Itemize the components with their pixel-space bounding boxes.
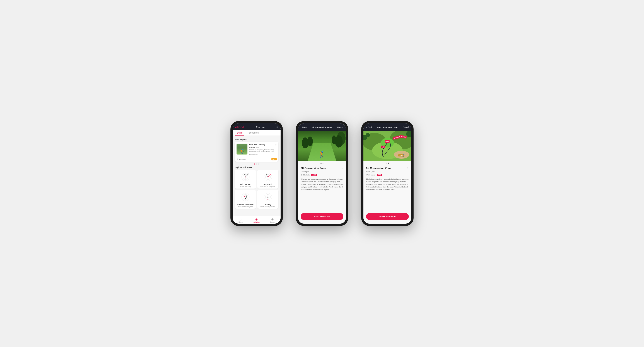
putting-sub: Make and lag practice (260, 206, 275, 207)
featured-description: Create an imaginary fairway using trees … (249, 149, 277, 155)
home-indicator-illus (383, 223, 392, 223)
svg-text:Miss: Miss (386, 141, 389, 142)
drill-meta: 20 shots ARG (301, 174, 343, 176)
phone-drills-list: clippd Practice ≡ Drills Favourites Most… (230, 121, 283, 226)
photo-golfer: 🏌️ (318, 151, 326, 158)
ott-sub: Power accuracy (240, 186, 251, 187)
phone-detail-illustration: Back 6ft Conversion Zone Cancel (361, 121, 414, 226)
approach-name: Approach (264, 183, 272, 185)
skill-card-arg[interactable]: Around The Green Hone your short game (235, 190, 256, 209)
featured-fav-icon[interactable]: ☆ (275, 144, 277, 146)
img-dot-illus-2 (388, 163, 389, 164)
img-dot-1 (320, 163, 322, 164)
svg-point-16 (270, 174, 270, 175)
drills-content: Most Popular Find The Fairway Off The Te… (232, 136, 280, 216)
svg-text:🏌️: 🏌️ (402, 154, 405, 157)
tab-favourites[interactable]: Favourites (246, 130, 260, 136)
screen-detail-illus: Back 6ft Conversion Zone Cancel (364, 123, 412, 224)
drill-range-illus: 10-50 yds (366, 170, 409, 173)
putting-icon (262, 192, 274, 203)
nav-capture[interactable]: ⊕ Capture (265, 218, 280, 223)
drill-title-row: 6ft Conversion Zone ☆ (301, 167, 343, 170)
app-logo: clippd (235, 126, 244, 129)
start-practice-button-photo[interactable]: Start Practice (301, 213, 343, 220)
drill-title-text: 6ft Conversion Zone (301, 167, 326, 170)
app-header: clippd Practice ≡ (232, 123, 280, 130)
cancel-button-illus[interactable]: Cancel (403, 126, 409, 128)
featured-footer: 10 shots OTT (235, 157, 278, 162)
fav-star-illus[interactable]: ☆ (406, 167, 409, 170)
drill-shots: 20 shots (301, 174, 310, 176)
img-dot-illus-1 (386, 163, 387, 164)
dot-2 (256, 163, 257, 165)
featured-drill-title: Find The Fairway (249, 144, 265, 146)
nav-title: Practice (256, 126, 265, 129)
ott-icon (240, 172, 251, 182)
arg-badge: ARG (311, 174, 317, 176)
featured-info: Find The Fairway Off The Tee ☆ Create an… (249, 144, 277, 155)
phones-container: clippd Practice ≡ Drills Favourites Most… (230, 121, 414, 226)
arg-icon (240, 192, 251, 203)
svg-point-17 (266, 174, 267, 175)
svg-point-9 (244, 174, 245, 175)
activities-icon: ◈ (255, 218, 258, 221)
nav-activities[interactable]: ◈ Activities (248, 218, 264, 223)
nav-home-label: Home (238, 221, 243, 223)
skill-card-ott[interactable]: Off The Tee Power accuracy (235, 170, 256, 189)
ott-name: Off The Tee (240, 183, 250, 185)
nav-activities-label: Activities (254, 221, 260, 223)
detail-header-photo: Back 6ft Conversion Zone Cancel (298, 123, 346, 131)
drill-meta-illus: 20 shots ARG (366, 174, 409, 176)
featured-card-inner: Find The Fairway Off The Tee ☆ Create an… (235, 142, 278, 157)
dot-3 (258, 163, 259, 165)
home-indicator (318, 223, 326, 223)
image-dots-illus (364, 161, 412, 165)
drill-range: 10-50 yds (301, 170, 343, 173)
svg-point-59 (366, 133, 370, 137)
cancel-button-photo[interactable]: Cancel (337, 126, 343, 128)
tabs-bar: Drills Favourites (232, 130, 280, 136)
arg-badge-illus: ARG (377, 174, 382, 176)
approach-sub: Dial-in to hit the green (260, 186, 275, 187)
tab-drills[interactable]: Drills (235, 130, 244, 136)
menu-icon[interactable]: ≡ (276, 126, 278, 129)
start-practice-button-illus[interactable]: Start Practice (366, 213, 409, 220)
drill-title-illus: 6ft Conversion Zone (366, 167, 391, 170)
bottom-nav: ⌂ Home ◈ Activities ⊕ Capture (232, 216, 280, 224)
arg-name: Around The Green (237, 203, 254, 206)
approach-icon (262, 172, 274, 182)
screen-detail-photo: Back 6ft Conversion Zone Cancel 🏌️ 6ft C… (298, 123, 346, 224)
home-bar-area-illus (364, 222, 412, 224)
svg-point-8 (248, 174, 248, 174)
detail-title-illus: 6ft Conversion Zone (377, 126, 398, 129)
img-dot-2 (322, 163, 324, 164)
featured-drill-card[interactable]: Find The Fairway Off The Tee ☆ Create an… (235, 142, 278, 162)
screen-drills: clippd Practice ≡ Drills Favourites Most… (232, 123, 280, 224)
skill-areas-grid: Off The Tee Power accuracy (235, 170, 278, 209)
back-button-illus[interactable]: Back (366, 126, 372, 129)
featured-thumbnail (236, 144, 248, 155)
dot-1 (254, 163, 255, 165)
most-popular-heading: Most Popular (235, 138, 278, 141)
home-icon: ⌂ (240, 218, 241, 221)
detail-content-photo: 6ft Conversion Zone ☆ 10-50 yds 20 shots… (298, 165, 346, 211)
capture-icon: ⊕ (271, 218, 274, 221)
skill-card-putting[interactable]: Putting Make and lag practice (257, 190, 278, 209)
ott-badge: OTT (272, 158, 277, 160)
skill-card-approach[interactable]: Approach Dial-in to hit the green (257, 170, 278, 189)
detail-header-illus: Back 6ft Conversion Zone Cancel (364, 123, 412, 131)
back-button-photo[interactable]: Back (301, 126, 307, 129)
drill-description-illus: 20 shots are randomly generated at dista… (366, 178, 409, 191)
detail-footer-photo: Start Practice (298, 211, 346, 222)
detail-footer-illus: Start Practice (364, 211, 412, 222)
shots-label: 10 shots (236, 158, 246, 160)
putting-name: Putting (265, 203, 271, 206)
phone-detail-photo: Back 6ft Conversion Zone Cancel 🏌️ 6ft C… (296, 121, 348, 226)
fav-star-icon[interactable]: ☆ (341, 167, 343, 170)
detail-content-illus: 6ft Conversion Zone ☆ 10-50 yds 20 shots… (364, 165, 412, 211)
drill-photo: 🏌️ (298, 131, 346, 161)
explore-heading: Explore skill areas (235, 166, 278, 168)
featured-drill-subtitle: Off The Tee (249, 146, 265, 148)
drill-title-row-illus: 6ft Conversion Zone ☆ (366, 167, 409, 170)
nav-home[interactable]: ⌂ Home (232, 218, 248, 223)
